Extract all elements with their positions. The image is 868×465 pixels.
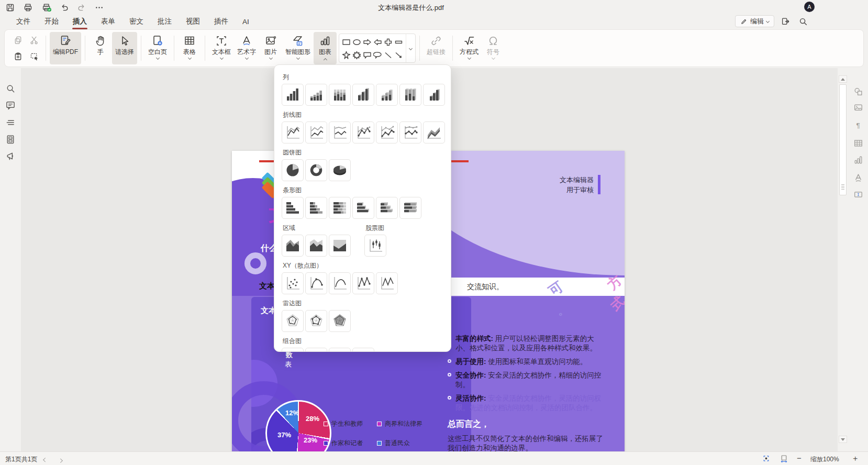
chart-type-col-stacked[interactable]	[305, 84, 327, 106]
chart-type-bar-100[interactable]	[329, 197, 351, 219]
shape-rect-icon[interactable]	[341, 36, 351, 48]
chart-button[interactable]: 图表	[314, 32, 337, 64]
prev-page-button[interactable]	[42, 457, 49, 464]
shape-arrow-right-icon[interactable]	[362, 36, 372, 48]
shape-arrow-diagonal-icon[interactable]	[394, 49, 404, 61]
text-box-button[interactable]: 文本框	[209, 32, 234, 64]
image-button[interactable]: 图片	[259, 32, 282, 64]
textbox-icon[interactable]	[852, 189, 864, 200]
scrollbar-thumb[interactable]	[839, 84, 847, 195]
outline-icon[interactable]	[5, 117, 16, 128]
chart-type-line-stacked[interactable]	[305, 121, 327, 143]
undo-icon[interactable]	[59, 2, 70, 13]
chart-type-bar-stacked[interactable]	[305, 197, 327, 219]
chart-type-area-stacked[interactable]	[305, 235, 327, 257]
shape-star4-icon[interactable]	[341, 49, 351, 61]
wordart-icon[interactable]	[852, 172, 864, 183]
save-icon[interactable]	[4, 2, 16, 13]
zoom-in-button[interactable]: ＋	[851, 453, 859, 463]
paragraph-icon[interactable]: ¶	[852, 119, 864, 131]
chart-type-pie[interactable]	[282, 159, 304, 181]
chart-type-col3d-100[interactable]	[399, 84, 421, 106]
chart-type-area-100[interactable]	[329, 235, 351, 257]
chart-type-bar3d-100[interactable]	[399, 197, 421, 219]
chart-icon[interactable]	[852, 154, 864, 165]
menu-tab-6[interactable]: 批注	[153, 16, 176, 27]
menu-tab-1[interactable]: 文件	[12, 16, 35, 27]
chart-type-col-clustered[interactable]	[282, 84, 304, 106]
shape-line-diagonal-icon[interactable]	[383, 49, 393, 61]
chart-type-pie3d[interactable]	[329, 159, 351, 181]
chart-type-scatter-smooth-markers[interactable]	[305, 272, 327, 294]
print-icon[interactable]	[22, 2, 34, 13]
scroll-up-button[interactable]	[839, 75, 847, 83]
search-icon[interactable]	[797, 16, 809, 27]
lasso-select-button[interactable]	[26, 49, 42, 64]
equation-button[interactable]: 方程式	[457, 32, 482, 64]
menu-tab-9[interactable]: AI	[238, 17, 254, 27]
chart-type-line-stacked-markers[interactable]	[376, 121, 398, 143]
table-button[interactable]: 表格	[178, 32, 201, 64]
thumbnails-icon[interactable]	[5, 134, 16, 145]
more-icon[interactable]	[93, 2, 105, 13]
edit-mode-button[interactable]: 编辑	[735, 15, 774, 27]
shape-ellipse-icon[interactable]	[352, 36, 362, 48]
menu-tab-8[interactable]: 插件	[209, 16, 233, 27]
chart-type-combo-clustered-line-secondary[interactable]	[305, 348, 327, 352]
menu-tab-2[interactable]: 开始	[40, 16, 63, 27]
chart-type-combo-stacked-area[interactable]	[329, 348, 351, 352]
quick-print-icon[interactable]	[41, 2, 52, 13]
redo-icon[interactable]	[75, 2, 87, 13]
table-icon[interactable]	[852, 137, 864, 149]
fit-page-button[interactable]	[762, 454, 771, 464]
chart-type-bar-clustered[interactable]	[282, 197, 304, 219]
chart-type-col3d-stacked[interactable]	[376, 84, 398, 106]
fit-width-button[interactable]	[780, 454, 788, 464]
chart-type-bar3d-clustered[interactable]	[352, 197, 374, 219]
select-tool-button[interactable]: 请选择	[112, 32, 137, 64]
chart-type-line-100[interactable]	[329, 121, 351, 143]
menu-tab-4[interactable]: 表单	[96, 16, 120, 27]
word-art-button[interactable]: 艺术字	[234, 32, 259, 64]
menu-tab-3[interactable]: 插入	[68, 16, 92, 27]
chart-type-line-markers[interactable]	[352, 121, 374, 143]
shape-star8-icon[interactable]	[352, 49, 362, 61]
chart-type-scatter-lines[interactable]	[376, 272, 398, 294]
shape-plus-icon[interactable]	[383, 36, 393, 48]
chart-type-line-100-markers[interactable]	[399, 121, 421, 143]
shape-callout-rect-icon[interactable]	[362, 49, 372, 61]
chart-type-col3d-clustered[interactable]	[352, 84, 374, 106]
chart-type-line3d[interactable]	[423, 121, 445, 143]
chart-type-col3d[interactable]	[423, 84, 445, 106]
hand-tool-button[interactable]: 手	[89, 32, 112, 64]
chart-type-scatter-smooth[interactable]	[329, 272, 351, 294]
next-page-button[interactable]	[57, 457, 64, 464]
shapes-icon[interactable]	[852, 86, 864, 97]
chart-type-combo-custom[interactable]	[352, 348, 374, 352]
chart-type-line[interactable]	[282, 121, 304, 143]
menu-tab-5[interactable]: 密文	[125, 16, 148, 27]
shape-arrow-left-icon[interactable]	[373, 36, 383, 48]
smart-graphic-button[interactable]: 智能图形	[282, 32, 314, 64]
avatar[interactable]: A	[804, 2, 815, 12]
chart-type-scatter-lines-markers[interactable]	[352, 272, 374, 294]
image-icon[interactable]	[852, 102, 864, 113]
chart-type-radar-markers[interactable]	[305, 310, 327, 332]
chart-type-radar-filled[interactable]	[329, 310, 351, 332]
zoom-out-button[interactable]: −	[797, 453, 802, 462]
chart-type-stock[interactable]	[364, 235, 386, 257]
chart-type-col-100[interactable]	[329, 84, 351, 106]
comment-icon[interactable]	[5, 99, 16, 111]
scroll-down-button[interactable]	[839, 436, 847, 443]
chart-type-scatter[interactable]	[282, 272, 304, 294]
chart-type-radar[interactable]	[282, 310, 304, 332]
menu-tab-7[interactable]: 视图	[181, 16, 205, 27]
vertical-scrollbar[interactable]	[838, 68, 848, 451]
chart-type-bar3d-stacked[interactable]	[376, 197, 398, 219]
shapes-more-button[interactable]	[406, 34, 415, 62]
shape-minus-icon[interactable]	[394, 36, 404, 48]
chart-type-area[interactable]	[282, 235, 304, 257]
blank-page-button[interactable]: 空白页	[145, 32, 170, 64]
paste-button[interactable]	[10, 49, 26, 64]
export-icon[interactable]	[779, 16, 792, 27]
